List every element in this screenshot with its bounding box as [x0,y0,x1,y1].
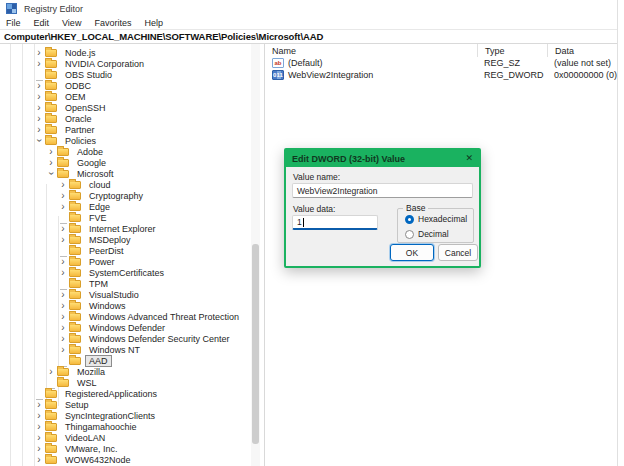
chevron-right-icon[interactable]: › [34,48,44,57]
tree-item-microsoft[interactable]: ›Microsoft [0,168,264,179]
chevron-right-icon[interactable]: › [58,257,68,266]
tree-item-setup[interactable]: ›Setup [0,399,264,410]
tree-item-wsl[interactable]: WSL [0,377,264,388]
tree-item-google[interactable]: ›Google [0,157,264,168]
folder-icon [45,71,57,79]
chevron-right-icon[interactable]: › [58,202,68,211]
tree-item-node-js[interactable]: ›Node.js [0,47,264,58]
registry-tree-pane[interactable]: ›Node.js›NVIDIA CorporationOBS Studio›OD… [0,44,265,466]
tree-item-windows[interactable]: ›Windows [0,300,264,311]
chevron-right-icon[interactable]: › [46,158,56,167]
tree-item-vmware-inc-[interactable]: ›VMware, Inc. [0,443,264,454]
column-header-type[interactable]: Type [477,44,547,57]
ok-button[interactable]: OK [390,244,434,261]
tree-item-windows-advanced-threat-protection[interactable]: ›Windows Advanced Threat Protection [0,311,264,322]
tree-item-wow6432node[interactable]: ›WOW6432Node [0,454,264,465]
chevron-right-icon[interactable]: › [58,224,68,233]
value-row-webview2integration[interactable]: 011WebView2IntegrationREG_DWORD0x0000000… [265,69,617,81]
text-cursor [303,218,304,227]
tree-item-label[interactable]: WOW6432Node [61,454,135,466]
cancel-button[interactable]: Cancel [438,244,478,261]
chevron-right-icon[interactable]: › [58,290,68,299]
chevron-right-icon[interactable]: › [58,191,68,200]
tree-item-power[interactable]: ›Power [0,256,264,267]
tree-item-videolan[interactable]: ›VideoLAN [0,432,264,443]
close-icon[interactable]: ✕ [465,154,473,163]
column-header-name[interactable]: Name [265,44,477,57]
chevron-right-icon[interactable]: › [46,367,56,376]
tree-item-peerdist[interactable]: PeerDist [0,245,264,256]
radio-unselected-icon[interactable] [405,230,414,239]
chevron-right-icon[interactable]: › [58,180,68,189]
radio-hexadecimal[interactable]: Hexadecimal [405,214,473,224]
address-path[interactable]: Computer\HKEY_LOCAL_MACHINE\SOFTWARE\Pol… [4,31,323,42]
chevron-right-icon[interactable]: › [46,147,56,156]
chevron-right-icon[interactable]: › [34,444,44,453]
tree-item-windows-defender[interactable]: ›Windows Defender [0,322,264,333]
radio-decimal[interactable]: Decimal [405,229,473,239]
tree-item-visualstudio[interactable]: ›VisualStudio [0,289,264,300]
tree-item-adobe[interactable]: ›Adobe [0,146,264,157]
chevron-right-icon[interactable]: › [34,114,44,123]
chevron-down-icon[interactable]: › [35,136,44,146]
scrollbar-thumb[interactable] [252,244,259,444]
chevron-right-icon[interactable]: › [34,59,44,68]
tree-item-thingamahoochie[interactable]: ›Thingamahoochie [0,421,264,432]
tree-item-registeredapplications[interactable]: RegisteredApplications [0,388,264,399]
chevron-down-icon[interactable]: › [47,169,56,179]
tree-item-fve[interactable]: FVE [0,212,264,223]
value-name-field[interactable]: WebView2Integration [292,183,473,198]
tree-item-partner[interactable]: ›Partner [0,124,264,135]
tree-item-policies[interactable]: ›Policies [0,135,264,146]
value-name: (Default) [288,58,323,68]
chevron-right-icon[interactable]: › [34,400,44,409]
menu-item-edit[interactable]: Edit [34,18,50,28]
menu-item-favorites[interactable]: Favorites [94,18,131,28]
tree-item-aad[interactable]: AAD [0,355,264,366]
menu-item-help[interactable]: Help [144,18,163,28]
tree-item-windows-defender-security-center[interactable]: ›Windows Defender Security Center [0,333,264,344]
tree-item-systemcertificates[interactable]: ›SystemCertificates [0,267,264,278]
dialog-titlebar[interactable]: Edit DWORD (32-bit) Value ✕ [286,150,479,167]
value-data-input[interactable]: 1 [292,215,378,230]
chevron-right-icon[interactable]: › [58,345,68,354]
chevron-right-icon[interactable]: › [58,312,68,321]
tree-item-edge[interactable]: ›Edge [0,201,264,212]
folder-icon [45,401,57,409]
tree-item-tpm[interactable]: TPM [0,278,264,289]
chevron-right-icon[interactable]: › [34,422,44,431]
tree-item-mozilla[interactable]: ›Mozilla [0,366,264,377]
chevron-right-icon[interactable]: › [34,125,44,134]
chevron-right-icon[interactable]: › [58,323,68,332]
tree-vertical-scrollbar[interactable] [251,44,260,466]
tree-item-openssh[interactable]: ›OpenSSH [0,102,264,113]
tree-item-oem[interactable]: ›OEM [0,91,264,102]
chevron-right-icon[interactable]: › [58,235,68,244]
chevron-right-icon[interactable]: › [34,455,44,464]
tree-item-windows-nt[interactable]: ›Windows NT [0,344,264,355]
tree-item-msdeploy[interactable]: ›MSDeploy [0,234,264,245]
tree-items: ›Node.js›NVIDIA CorporationOBS Studio›OD… [0,47,264,465]
tree-item-cloud[interactable]: ›cloud [0,179,264,190]
tree-item-odbc[interactable]: ›ODBC [0,80,264,91]
address-bar[interactable]: Computer\HKEY_LOCAL_MACHINE\SOFTWARE\Pol… [0,29,617,44]
column-header-data[interactable]: Data [547,44,617,57]
tree-item-syncintegrationclients[interactable]: ›SyncIntegrationClients [0,410,264,421]
chevron-right-icon[interactable]: › [58,334,68,343]
chevron-right-icon[interactable]: › [58,268,68,277]
tree-item-nvidia-corporation[interactable]: ›NVIDIA Corporation [0,58,264,69]
chevron-right-icon[interactable]: › [58,301,68,310]
chevron-right-icon[interactable]: › [34,92,44,101]
tree-item-obs-studio[interactable]: OBS Studio [0,69,264,80]
chevron-right-icon[interactable]: › [34,103,44,112]
chevron-right-icon[interactable]: › [34,81,44,90]
tree-item-internet-explorer[interactable]: ›Internet Explorer [0,223,264,234]
chevron-right-icon[interactable]: › [34,433,44,442]
tree-item-cryptography[interactable]: ›Cryptography [0,190,264,201]
value-row--default-[interactable]: ab(Default)REG_SZ(value not set) [265,57,617,69]
chevron-right-icon[interactable]: › [34,411,44,420]
menu-item-view[interactable]: View [62,18,81,28]
menu-item-file[interactable]: File [6,18,21,28]
tree-item-oracle[interactable]: ›Oracle [0,113,264,124]
radio-selected-icon[interactable] [405,215,414,224]
